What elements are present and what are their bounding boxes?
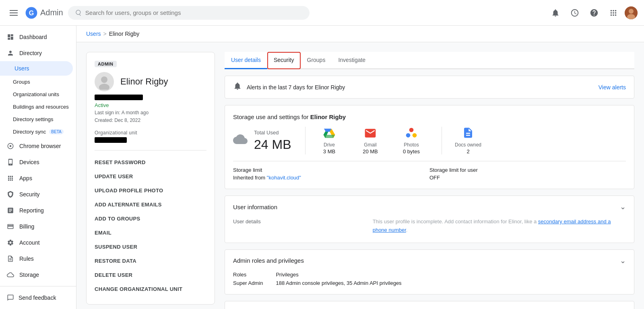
main-content: Users > Elinor Rigby ADMIN Elinor Rigby <box>76 26 644 309</box>
sidebar-label-storage: Storage <box>19 272 39 278</box>
view-alerts-button[interactable]: View alerts <box>599 84 626 91</box>
roles-col: Roles Super Admin <box>233 272 263 286</box>
search-bar[interactable] <box>68 6 310 20</box>
storage-limit-link[interactable]: "kohavit.cloud" <box>267 175 301 181</box>
drive-value: 3 MB <box>315 148 343 154</box>
user-avatar-topbar[interactable] <box>625 6 638 19</box>
billing-icon <box>6 222 14 231</box>
sidebar-item-buildings[interactable]: Buildings and resources <box>0 101 76 113</box>
sidebar-item-security[interactable]: Security <box>0 186 73 202</box>
sidebar-label-directory: Directory <box>19 50 42 56</box>
search-icon <box>74 9 81 16</box>
storage-app-gmail: Gmail 20 MB <box>356 127 384 154</box>
sidebar-divider <box>0 286 76 286</box>
sidebar-label-orgunits: Organizational units <box>13 91 59 97</box>
sidebar-item-dashboard[interactable]: Dashboard <box>0 29 73 45</box>
action-delete-user[interactable]: DELETE USER <box>95 268 206 282</box>
sidebar-label-security: Security <box>19 191 40 198</box>
sidebar-item-devices[interactable]: Devices <box>0 154 73 170</box>
storage-app-drive: Drive 3 MB <box>315 127 343 154</box>
notifications-icon[interactable] <box>547 5 564 21</box>
devices-icon <box>6 158 14 166</box>
sidebar-item-rules[interactable]: Rules <box>0 251 73 267</box>
admin-roles-section: Admin roles and privileges ⌄ Roles Super… <box>225 249 634 295</box>
breadcrumb-separator: > <box>103 31 107 37</box>
roles-grid: Roles Super Admin Privileges 188 Admin c… <box>225 272 634 294</box>
user-name: Elinor Rigby <box>120 76 168 87</box>
admin-roles-chevron: ⌄ <box>620 256 626 265</box>
user-created: Created: Dec 8, 2022 <box>95 117 206 124</box>
tab-investigate[interactable]: Investigate <box>332 52 372 69</box>
sidebar-label-users: Users <box>14 65 29 72</box>
menu-button[interactable] <box>6 7 21 19</box>
tab-groups[interactable]: Groups <box>301 52 332 69</box>
sidebar-item-groups[interactable]: Groups <box>0 76 76 88</box>
action-restore-data[interactable]: RESTORE DATA <box>95 254 206 268</box>
admin-roles-header[interactable]: Admin roles and privileges ⌄ <box>225 250 634 272</box>
storage-total-label: Total Used <box>254 130 291 136</box>
user-name-block: Elinor Rigby <box>120 76 168 87</box>
action-update-user[interactable]: UPDATE USER <box>95 169 206 183</box>
cloud-icon <box>233 132 248 149</box>
tab-user-details[interactable]: User details <box>225 52 267 69</box>
sidebar-item-dir-sync[interactable]: Directory sync BETA <box>0 126 76 138</box>
sidebar-send-feedback[interactable]: Send feedback <box>0 290 73 306</box>
roles-value: Super Admin <box>233 280 263 286</box>
apps-header[interactable]: Apps ⌄ <box>225 301 634 309</box>
breadcrumb-users[interactable]: Users <box>86 31 101 37</box>
timer-icon[interactable] <box>567 5 583 21</box>
reporting-icon <box>6 206 14 214</box>
user-information-header[interactable]: User information ⌄ <box>225 196 634 218</box>
storage-app-docs: Docs owned 2 <box>442 127 481 154</box>
sidebar-item-billing[interactable]: Billing <box>0 218 73 235</box>
sidebar-label-buildings: Buildings and resources <box>13 104 69 110</box>
user-information-title: User information <box>233 204 277 210</box>
email-redacted <box>95 95 143 100</box>
sidebar-item-orgunits[interactable]: Organizational units <box>0 88 76 101</box>
apps-icon <box>6 174 14 182</box>
left-panel: ADMIN Elinor Rigby Active <box>86 52 215 309</box>
dashboard-icon <box>6 33 14 41</box>
svg-point-3 <box>629 9 634 14</box>
storage-limit-item: Storage limit Inherited from "kohavit.cl… <box>233 167 429 181</box>
sidebar-item-directory[interactable]: Directory <box>0 45 73 61</box>
breadcrumb: Users > Elinor Rigby <box>76 26 644 42</box>
storage-title: Storage use and settings for Elinor Rigb… <box>233 113 626 120</box>
action-add-to-groups[interactable]: ADD TO GROUPS <box>95 212 206 226</box>
alert-text: Alerts in the last 7 days for Elinor Rig… <box>247 84 594 91</box>
help-icon[interactable] <box>586 5 602 21</box>
action-email[interactable]: EMAIL <box>95 226 206 240</box>
sidebar-item-users[interactable]: Users <box>0 61 73 76</box>
storage-limit-label: Storage limit <box>233 167 429 173</box>
sidebar-item-apps[interactable]: Apps <box>0 170 73 186</box>
user-information-body: User details This user profile is incomp… <box>225 218 634 243</box>
user-information-section: User information ⌄ User details This use… <box>225 196 634 243</box>
svg-point-12 <box>406 133 411 138</box>
user-information-incomplete: This user profile is incomplete. Add con… <box>373 218 626 235</box>
privileges-col: Privileges 188 Admin console privileges,… <box>276 272 401 286</box>
incomplete-msg: This user profile is incomplete. Add con… <box>373 218 611 233</box>
sidebar-item-storage[interactable]: Storage <box>0 267 73 283</box>
user-card: ADMIN Elinor Rigby Active <box>86 52 215 305</box>
user-email <box>95 95 206 101</box>
action-change-org-unit[interactable]: CHANGE ORGANIZATIONAL UNIT <box>95 282 206 296</box>
storage-limit-value: Inherited from "kohavit.cloud" <box>233 175 429 181</box>
tab-security[interactable]: Security <box>267 52 301 69</box>
sidebar-item-dir-settings[interactable]: Directory settings <box>0 113 76 126</box>
action-upload-photo[interactable]: UPLOAD PROFILE PHOTO <box>95 183 206 198</box>
sidebar-item-chrome[interactable]: Chrome browser <box>0 138 73 154</box>
sidebar-item-reporting[interactable]: Reporting <box>0 202 73 218</box>
action-add-alt-emails[interactable]: ADD ALTERNATE EMAILS <box>95 198 206 212</box>
user-last-signin: Last sign in: A month ago <box>95 109 206 117</box>
grid-apps-icon[interactable] <box>605 5 621 21</box>
sidebar-label-dir-sync: Directory sync <box>13 129 46 135</box>
action-reset-password[interactable]: RESET PASSWORD <box>95 155 206 169</box>
rules-icon <box>6 255 14 263</box>
sidebar-item-account[interactable]: Account <box>0 235 73 251</box>
sidebar-label-groups: Groups <box>13 79 30 85</box>
storage-limit-for-user-value: OFF <box>429 175 626 181</box>
action-suspend-user[interactable]: SUSPEND USER <box>95 240 206 254</box>
gmail-icon <box>364 127 377 140</box>
directory-icon <box>6 49 14 57</box>
search-input[interactable] <box>85 9 303 16</box>
